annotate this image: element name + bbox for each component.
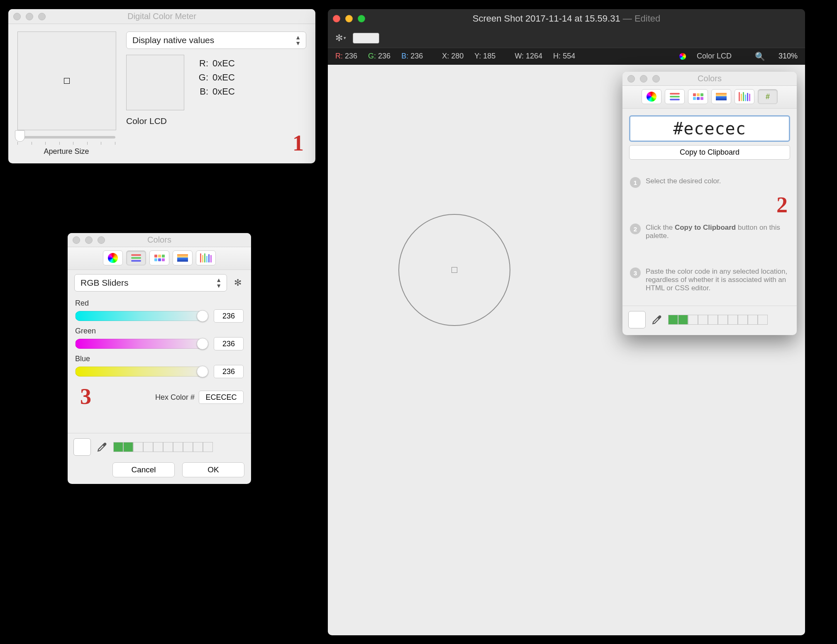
step-number: 3 bbox=[630, 267, 641, 278]
slider-thumb[interactable] bbox=[197, 366, 208, 377]
chevron-updown-icon: ▲▼ bbox=[216, 277, 222, 289]
slider-mode-select[interactable]: RGB Sliders ▲▼ bbox=[74, 274, 227, 292]
tab-image-palettes[interactable] bbox=[173, 250, 193, 265]
minimize-button[interactable] bbox=[26, 13, 33, 20]
sliders-icon bbox=[670, 93, 680, 100]
color-profile-label: Color LCD bbox=[126, 116, 306, 126]
tab-image-palettes[interactable] bbox=[711, 89, 731, 104]
tab-color-wheel[interactable] bbox=[103, 250, 123, 265]
color-loupe[interactable] bbox=[398, 214, 510, 326]
close-button[interactable] bbox=[333, 15, 340, 22]
titlebar[interactable]: Colors bbox=[622, 72, 797, 86]
red-slider[interactable] bbox=[75, 311, 208, 321]
aperture-indicator bbox=[64, 78, 70, 84]
palette-icon bbox=[154, 255, 165, 261]
search-icon[interactable]: 🔍 bbox=[755, 51, 765, 61]
colors-panel-sliders: Colors RGB Sliders ▲▼ ✻ Red 236 Green 23… bbox=[68, 233, 251, 484]
minimize-button[interactable] bbox=[345, 15, 353, 22]
color-picker-tabs: # bbox=[622, 86, 797, 109]
tab-color-sliders[interactable] bbox=[665, 89, 685, 104]
green-value-field[interactable]: 236 bbox=[214, 337, 244, 350]
minimize-button[interactable] bbox=[640, 75, 647, 83]
pencils-icon bbox=[200, 253, 212, 262]
window-title: Screen Shot 2017-11-14 at 15.59.31 — Edi… bbox=[328, 13, 805, 24]
chevron-updown-icon: ▲▼ bbox=[295, 34, 301, 46]
green-label: Green bbox=[75, 327, 244, 335]
blue-label: Blue bbox=[75, 355, 244, 363]
hex-icon: # bbox=[766, 92, 770, 101]
gear-button[interactable]: ✻ bbox=[231, 276, 244, 289]
green-slider[interactable] bbox=[75, 339, 208, 349]
color-wheel-icon bbox=[108, 253, 118, 263]
digital-color-meter-window: Digital Color Meter Display native value… bbox=[8, 9, 315, 163]
color-picker-tabs bbox=[68, 247, 251, 270]
tab-color-palettes[interactable] bbox=[149, 250, 169, 265]
tab-hex[interactable]: # bbox=[758, 89, 778, 104]
annotation-marker: 1 bbox=[293, 130, 304, 156]
cancel-button[interactable]: Cancel bbox=[112, 462, 175, 477]
annotation-marker: 3 bbox=[80, 384, 91, 409]
zoom-button[interactable] bbox=[358, 15, 365, 22]
eyedropper-icon[interactable] bbox=[652, 314, 662, 325]
close-button[interactable] bbox=[73, 236, 80, 244]
titlebar[interactable]: Colors bbox=[68, 233, 251, 247]
red-value-field[interactable]: 236 bbox=[214, 309, 244, 323]
saved-swatches[interactable] bbox=[113, 442, 213, 452]
image-icon bbox=[716, 93, 727, 100]
magnified-sample bbox=[17, 32, 116, 130]
saved-swatches[interactable] bbox=[668, 315, 768, 325]
color-wheel-icon bbox=[647, 92, 656, 102]
ok-button[interactable]: OK bbox=[182, 462, 244, 477]
display-mode-select[interactable]: Display native values ▲▼ bbox=[126, 32, 306, 49]
zoom-button[interactable] bbox=[38, 13, 46, 20]
titlebar[interactable]: Digital Color Meter bbox=[8, 9, 315, 24]
info-bar: R: 236 G: 236 B: 236 X: 280 Y: 185 W: 12… bbox=[328, 48, 805, 65]
blue-value-field[interactable]: 236 bbox=[214, 365, 244, 378]
toolbar: ✻▾ bbox=[328, 28, 805, 48]
rgb-readout: R:0xEC G:0xEC B:0xEC bbox=[196, 55, 235, 99]
hex-input-wrapper bbox=[629, 115, 790, 142]
colors-panel-hex: Colors # Copy to Clipboard 1Select the d… bbox=[622, 72, 797, 335]
step-number: 1 bbox=[630, 177, 641, 188]
close-button[interactable] bbox=[13, 13, 21, 20]
blue-slider[interactable] bbox=[75, 367, 208, 377]
hex-label: Hex Color # bbox=[155, 393, 195, 402]
sliders-icon bbox=[131, 254, 141, 262]
tab-color-palettes[interactable] bbox=[688, 89, 708, 104]
loupe-center-indicator bbox=[451, 267, 457, 273]
slider-mode-value: RGB Sliders bbox=[81, 278, 129, 288]
current-color-swatch[interactable] bbox=[353, 33, 379, 44]
zoom-button[interactable] bbox=[652, 75, 660, 83]
aperture-size-slider[interactable]: Aperture Size bbox=[8, 136, 124, 163]
slider-thumb[interactable] bbox=[15, 130, 25, 142]
step-number: 2 bbox=[630, 224, 641, 234]
display-mode-value: Display native values bbox=[132, 35, 214, 45]
current-color-well[interactable] bbox=[73, 438, 91, 456]
pencils-icon bbox=[739, 92, 750, 101]
color-profile-label: Color LCD bbox=[697, 52, 732, 61]
color-swatch-preview bbox=[126, 55, 184, 110]
titlebar[interactable]: Screen Shot 2017-11-14 at 15.59.31 — Edi… bbox=[328, 9, 805, 28]
tab-pencils[interactable] bbox=[196, 250, 216, 265]
gear-dropdown-button[interactable]: ✻▾ bbox=[334, 32, 347, 44]
current-color-well[interactable] bbox=[628, 311, 646, 328]
close-button[interactable] bbox=[627, 75, 635, 83]
copy-to-clipboard-button[interactable]: Copy to Clipboard bbox=[629, 145, 790, 160]
zoom-button[interactable] bbox=[98, 236, 105, 244]
minimize-button[interactable] bbox=[85, 236, 93, 244]
swatch-bar bbox=[68, 433, 251, 460]
eyedropper-icon[interactable] bbox=[97, 442, 107, 452]
tab-color-wheel[interactable] bbox=[642, 89, 661, 104]
palette-icon bbox=[693, 93, 703, 100]
tab-pencils[interactable] bbox=[735, 89, 754, 104]
gear-icon: ✻ bbox=[234, 277, 242, 288]
hex-input[interactable] bbox=[633, 119, 786, 138]
image-icon bbox=[177, 254, 188, 262]
aperture-size-label: Aperture Size bbox=[17, 147, 115, 156]
display-icon bbox=[679, 53, 686, 60]
slider-thumb[interactable] bbox=[197, 338, 208, 350]
slider-thumb[interactable] bbox=[197, 310, 208, 322]
instructions: 1Select the desired color. 2Click the Co… bbox=[622, 165, 797, 306]
tab-color-sliders[interactable] bbox=[126, 250, 146, 265]
hex-value-field[interactable]: ECECEC bbox=[199, 391, 244, 404]
